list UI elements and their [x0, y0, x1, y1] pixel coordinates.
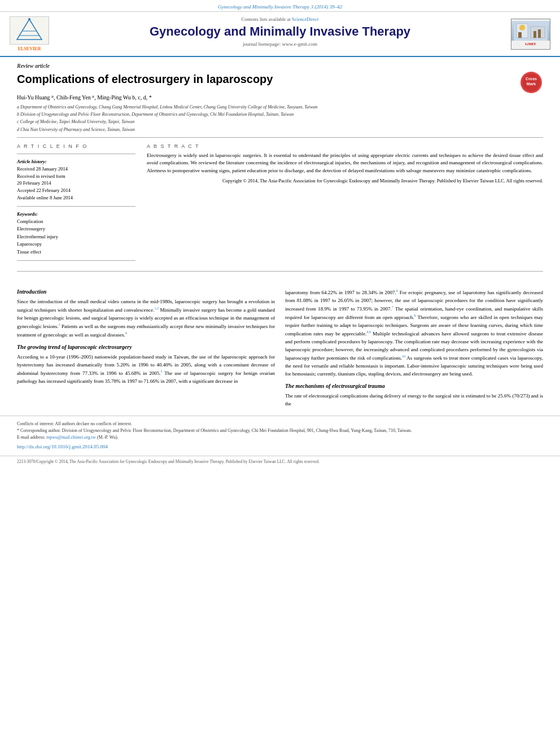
keyword-4: Laparoscopy	[17, 241, 135, 248]
growing-trend-text-cont: laparotomy from 64.22% in 1997 to 28.34%…	[285, 289, 543, 378]
article-content: Review article Complications of electros…	[0, 57, 560, 282]
gmit-logo-box: GMIT	[511, 19, 550, 50]
affiliation-c: c College of Medicine, Taipei Medical Un…	[17, 119, 543, 125]
abstract-col: A B S T R A C T Electrosurgery is widely…	[147, 143, 543, 266]
affiliation-d: d Chia Nan University of Pharmacy and Sc…	[17, 126, 543, 133]
svg-text:Cross: Cross	[526, 77, 537, 81]
body-left-col: Introduction Since the introduction of t…	[17, 289, 275, 412]
body-right-col: laparotomy from 64.22% in 1997 to 28.34%…	[285, 289, 543, 412]
journal-title: Gynecology and Minimally Invasive Therap…	[58, 24, 502, 39]
info-abstract-section: A R T I C L E I N F O Article history: R…	[17, 143, 543, 266]
citation-text: Gynecology and Minimally Invasive Therap…	[218, 4, 342, 10]
divider-info-mid	[17, 206, 135, 207]
authors-text: Hui-Yu Huang ᵃ, Chih-Feng Yen ᵃ, Ming-Pi…	[17, 94, 152, 101]
received-date: Received 28 January 2014	[17, 165, 135, 173]
svg-rect-9	[518, 32, 522, 38]
email-label: E-mail address:	[17, 435, 45, 440]
conflicts-note: Conflicts of interest: All authors decla…	[17, 421, 543, 427]
email-address[interactable]: mpwu@mail.chimei.org.tw	[46, 435, 96, 440]
doi-link[interactable]: http://dx.doi.org/10.1016/j.gmit.2014.05…	[17, 444, 543, 449]
history-label: Article history:	[17, 159, 135, 164]
sciencedirect-link[interactable]: ScienceDirect	[292, 16, 319, 22]
affiliations-block: a Department of Obstetrics and Gynecolog…	[17, 104, 543, 133]
journal-header: ELSEVIER Contents lists available at Sci…	[0, 12, 560, 57]
divider-info-bot	[17, 260, 135, 261]
mechanisms-text: The rate of electrosurgical complication…	[285, 392, 543, 408]
growing-trend-title: The growing trend of laparoscopic electr…	[17, 344, 275, 350]
abstract-text: Electrosurgery is widely used in laparos…	[147, 152, 543, 175]
footer-area: Conflicts of interest: All authors decla…	[0, 416, 560, 454]
divider-info-top	[17, 154, 135, 154]
article-info-col: A R T I C L E I N F O Article history: R…	[17, 143, 135, 266]
journal-center: Contents lists available at ScienceDirec…	[58, 16, 502, 51]
accepted-date: Accepted 22 February 2014	[17, 187, 135, 194]
keyword-1: Complication	[17, 218, 135, 226]
divider-1	[17, 137, 543, 138]
gmit-logo-image	[511, 21, 550, 41]
page: Gynecology and Minimally Invasive Therap…	[0, 0, 560, 747]
contents-text: Contents lists available at	[242, 16, 291, 22]
body-content: Introduction Since the introduction of t…	[0, 289, 560, 412]
crossmark-badge: Cross Mark	[520, 72, 543, 94]
article-type-label: Review article	[17, 63, 543, 69]
top-citation-bar: Gynecology and Minimally Invasive Therap…	[0, 0, 560, 12]
affiliation-a: a Department of Obstetrics and Gynecolog…	[17, 104, 543, 110]
article-info-label: A R T I C L E I N F O	[17, 143, 135, 149]
intro-text: Since the introduction of the small medi…	[17, 298, 275, 339]
email-note: E-mail address: mpwu@mail.chimei.org.tw …	[17, 434, 543, 441]
contents-available-line: Contents lists available at ScienceDirec…	[58, 16, 502, 22]
svg-rect-10	[533, 31, 536, 38]
keywords-group: Keywords: Complication Electrosurgery El…	[17, 211, 135, 256]
keyword-5: Tissue effect	[17, 248, 135, 256]
available-date: Available online 8 June 2014	[17, 194, 135, 202]
intro-title: Introduction	[17, 289, 275, 295]
keyword-3: Electrothermal injury	[17, 233, 135, 241]
bottom-copyright-text: 2213-3070/Copyright © 2014, The Asia-Pac…	[17, 459, 543, 464]
svg-rect-11	[538, 29, 541, 38]
affiliation-b: b Division of Urogynecology and Pelvic F…	[17, 111, 543, 117]
elsevier-logo-area: ELSEVIER	[7, 16, 52, 51]
bottom-bar: 2213-3070/Copyright © 2014, The Asia-Pac…	[0, 456, 560, 467]
received-revised-label: Received in revised form	[17, 173, 135, 180]
keywords-label: Keywords:	[17, 211, 135, 217]
svg-rect-7	[531, 27, 545, 38]
mechanisms-title: The mechanisms of electrosurgical trauma	[285, 383, 543, 389]
elsevier-label: ELSEVIER	[18, 46, 41, 51]
article-history-group: Article history: Received 28 January 201…	[17, 159, 135, 202]
gmit-logo-area: GMIT	[508, 16, 553, 51]
growing-trend-text: According to a 10-year (1996–2005) natio…	[17, 353, 275, 386]
abstract-copyright: Copyright © 2014, The Asia-Pacific Assoc…	[147, 177, 543, 185]
svg-text:Mark: Mark	[527, 82, 536, 86]
elsevier-logo-image	[10, 16, 49, 45]
keyword-2: Electrosurgery	[17, 225, 135, 233]
corresponding-note: * Corresponding author. Division of Urog…	[17, 427, 543, 434]
email-suffix: (M.-P. Wu).	[97, 435, 119, 440]
abstract-label: A B S T R A C T	[147, 143, 543, 149]
divider-2	[17, 271, 543, 272]
svg-point-4	[28, 18, 30, 20]
svg-point-8	[519, 25, 525, 30]
corresponding-label: * Corresponding	[17, 428, 47, 433]
corresponding-text: author. Division of Urogynecology and Pe…	[49, 428, 412, 433]
svg-rect-0	[11, 17, 48, 44]
journal-homepage: journal homepage: www.e-gmit.com	[58, 41, 502, 47]
authors-line: Hui-Yu Huang ᵃ, Chih-Feng Yen ᵃ, Ming-Pi…	[17, 94, 543, 101]
article-title: Complications of electrosurgery in lapar…	[17, 72, 515, 86]
received-revised-date: 20 February 2014	[17, 180, 135, 187]
gmit-label: GMIT	[525, 42, 536, 46]
crossmark-icon: Cross Mark	[520, 72, 542, 93]
